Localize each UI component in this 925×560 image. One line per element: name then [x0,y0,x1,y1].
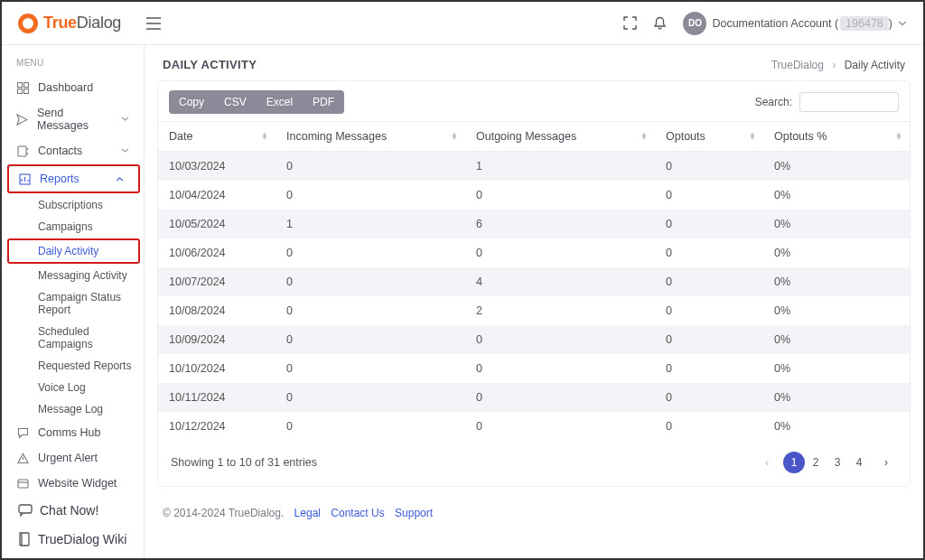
page-prev[interactable]: ‹ [756,452,778,473]
sidebar-item-urgent-alert[interactable]: Urgent Alert [2,445,144,471]
footer-support[interactable]: Support [395,507,433,519]
page-4[interactable]: 4 [848,452,870,473]
sidebar-sub-scheduled-campaigns[interactable]: Scheduled Campaigns [2,321,144,355]
search-input[interactable] [799,92,899,112]
cell-outgoing: 6 [465,210,655,238]
logo-text: TrueDialog [43,14,121,33]
excel-button[interactable]: Excel [257,90,303,114]
table-row: 10/11/20240000% [158,383,910,412]
sidebar-toggle-icon[interactable] [146,17,161,30]
cell-incoming: 0 [276,383,465,412]
copy-button[interactable]: Copy [169,90,214,114]
reports-icon [18,173,31,185]
page-next[interactable]: › [875,452,897,473]
chevron-down-icon [121,148,129,154]
cell-optoutsPct: 0% [763,181,910,210]
sidebar-item-reports[interactable]: Reports [9,166,138,191]
send-icon [16,114,28,126]
cell-outgoing: 2 [465,296,655,325]
sidebar-sub-requested-reports[interactable]: Requested Reports [2,355,144,377]
cell-optouts: 0 [655,296,763,325]
cell-optoutsPct: 0% [763,210,910,238]
cell-date: 10/05/2024 [158,210,276,238]
cell-optouts: 0 [655,412,763,441]
table-row: 10/05/20241600% [158,210,910,238]
chevron-down-icon [121,117,129,122]
cell-outgoing: 0 [465,354,655,383]
search-label: Search: [755,96,792,108]
svg-rect-9 [18,480,28,488]
col-date[interactable]: Date▲▼ [158,122,276,152]
cell-date: 10/06/2024 [158,238,276,267]
cell-date: 10/09/2024 [158,325,276,354]
sidebar-sub-subscriptions[interactable]: Subscriptions [2,194,144,216]
header: TrueDialog DO Documentation Account (196… [2,2,923,45]
sidebar-section-label: MENU [2,45,144,75]
wiki-label: TrueDialog Wiki [38,532,126,546]
table-row: 10/04/20240000% [158,181,910,210]
cell-optoutsPct: 0% [763,238,910,267]
chat-now-button[interactable]: Chat Now! [2,496,144,525]
sidebar-sub-campaigns[interactable]: Campaigns [2,216,144,238]
cell-optouts: 0 [655,210,763,238]
sidebar-item-website-widget[interactable]: Website Widget [2,471,144,496]
page-1[interactable]: 1 [783,452,805,473]
cell-outgoing: 1 [465,152,655,182]
logo-icon [18,14,38,33]
sidebar-sub-message-log[interactable]: Message Log [2,398,144,420]
sidebar-item-comms-hub[interactable]: Comms Hub [2,420,144,445]
cell-optoutsPct: 0% [763,325,910,354]
cell-optoutsPct: 0% [763,267,910,296]
book-icon [18,532,31,546]
sort-icon: ▲▼ [895,133,902,140]
col-incoming[interactable]: Incoming Messages▲▼ [276,122,465,152]
cell-date: 10/08/2024 [158,296,276,325]
cell-optoutsPct: 0% [763,383,910,412]
breadcrumb-current: Daily Activity [845,59,905,71]
pdf-button[interactable]: PDF [303,90,344,114]
cell-optouts: 0 [655,152,763,182]
cell-outgoing: 0 [465,325,655,354]
col-optouts-pct[interactable]: Optouts %▲▼ [763,122,910,152]
export-buttons: Copy CSV Excel PDF [169,90,344,114]
sidebar-item-send-messages[interactable]: Send Messages [2,100,144,138]
cell-outgoing: 0 [465,181,655,210]
account-menu[interactable]: DO Documentation Account (196478) [683,12,907,35]
breadcrumb-root[interactable]: TrueDialog [771,59,824,71]
col-outgoing[interactable]: Outgoing Messages▲▼ [465,122,655,152]
cell-outgoing: 0 [465,238,655,267]
bell-icon[interactable] [653,16,667,31]
cell-date: 10/12/2024 [158,412,276,441]
table-row: 10/03/20240100% [158,152,910,182]
cell-optoutsPct: 0% [763,152,910,182]
sidebar-item-contacts[interactable]: Contacts [2,138,144,163]
col-optouts[interactable]: Optouts▲▼ [655,122,763,152]
wiki-link[interactable]: TrueDialog Wiki [2,525,144,554]
footer-copyright: © 2014-2024 TrueDialog. [163,507,284,519]
avatar: DO [683,12,706,35]
logo[interactable]: TrueDialog [18,14,121,33]
svg-rect-0 [17,82,22,87]
footer-legal[interactable]: Legal [294,507,321,519]
cell-optoutsPct: 0% [763,412,910,441]
cell-outgoing: 0 [465,383,655,412]
sidebar-sub-daily-activity[interactable]: Daily Activity [9,240,138,262]
sort-icon: ▲▼ [749,133,756,140]
alert-icon [16,453,29,464]
chevron-down-icon [898,21,907,26]
footer-contact[interactable]: Contact Us [331,507,384,519]
activity-table: Date▲▼ Incoming Messages▲▼ Outgoing Mess… [158,121,910,441]
csv-button[interactable]: CSV [214,90,257,114]
cell-optouts: 0 [655,325,763,354]
sidebar-sub-campaign-status[interactable]: Campaign Status Report [2,286,144,321]
dashboard-icon [16,82,29,94]
pagination: ‹ 1234 › [756,452,897,473]
sidebar-item-dashboard[interactable]: Dashboard [2,75,144,100]
fullscreen-icon[interactable] [623,16,637,30]
sidebar-sub-voice-log[interactable]: Voice Log [2,377,144,398]
page-2[interactable]: 2 [805,452,827,473]
page-3[interactable]: 3 [827,452,848,473]
table-row: 10/12/20240000% [158,412,910,441]
table-row: 10/08/20240200% [158,296,910,325]
sidebar-sub-messaging-activity[interactable]: Messaging Activity [2,265,144,286]
